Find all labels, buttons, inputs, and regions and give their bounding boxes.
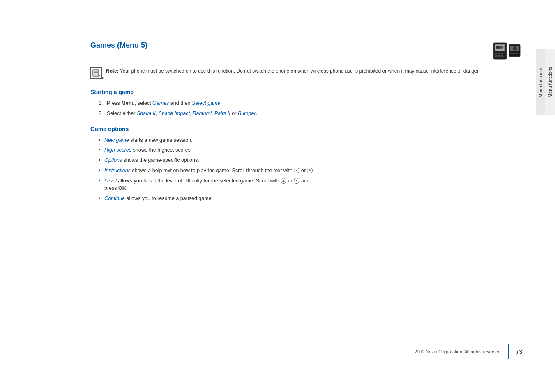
nokia-phone-svg (493, 41, 522, 61)
svg-rect-15 (513, 53, 516, 54)
svg-rect-8 (495, 55, 497, 57)
svg-point-4 (500, 46, 503, 49)
svg-rect-7 (501, 53, 503, 54)
list-item: 1. Press Menu, select Games and then Sel… (99, 99, 522, 107)
side-tab-inner: Menu functions (536, 49, 545, 115)
page-title: Games (Menu 5) (90, 41, 147, 50)
svg-rect-20 (94, 74, 97, 74)
svg-rect-9 (498, 55, 500, 57)
note-box: Note: Your phone must be switched on to … (90, 67, 522, 79)
list-item: Options shows the game-specific options. (99, 157, 522, 164)
note-icon (90, 67, 102, 79)
svg-rect-14 (510, 53, 513, 54)
svg-marker-21 (99, 74, 100, 76)
list-item: High scores shows the highest scores. (99, 146, 522, 154)
scroll-up-icon (294, 168, 299, 173)
page-footer: 2002 Nokia Corporation. All rights reser… (90, 344, 522, 359)
list-item: New game starts a new game session. (99, 136, 522, 144)
svg-rect-6 (498, 53, 500, 54)
list-item: Level allows you to set the level of dif… (99, 177, 522, 193)
scroll-up-icon-2 (281, 178, 286, 184)
section1-heading: Starting a game (90, 89, 522, 95)
svg-rect-16 (516, 53, 518, 54)
page-number: 73 (516, 348, 522, 355)
note-text: Note: Your phone must be switched on to … (106, 67, 480, 75)
svg-rect-17 (93, 70, 99, 76)
copyright-text: 2002 Nokia Corporation. All rights reser… (415, 349, 502, 354)
svg-point-13 (513, 46, 517, 51)
svg-rect-3 (496, 46, 500, 49)
side-tab-outer: Menu functions (545, 49, 555, 115)
list-item: 2. Select either Snake II, Space Impact,… (99, 110, 522, 118)
phone-icon (493, 41, 522, 61)
svg-rect-19 (94, 72, 98, 73)
content-area: Games (Menu 5) (90, 41, 522, 211)
svg-rect-5 (495, 53, 497, 54)
svg-rect-18 (94, 71, 98, 72)
scroll-down-icon (307, 168, 313, 173)
starting-game-list: 1. Press Menu, select Games and then Sel… (90, 99, 522, 118)
section2-heading: Game options (90, 126, 522, 132)
scroll-down-icon-2 (294, 178, 299, 184)
list-item: Instructions shows a help text on how to… (99, 167, 522, 175)
game-options-list: New game starts a new game session. High… (90, 136, 522, 203)
footer-divider (508, 344, 509, 359)
title-row: Games (Menu 5) (90, 41, 522, 61)
note-body: Your phone must be switched on to use th… (120, 68, 480, 74)
list-item: Continue allows you to resume a paused g… (99, 195, 522, 203)
note-svg-icon (92, 69, 100, 77)
svg-rect-10 (501, 55, 503, 57)
